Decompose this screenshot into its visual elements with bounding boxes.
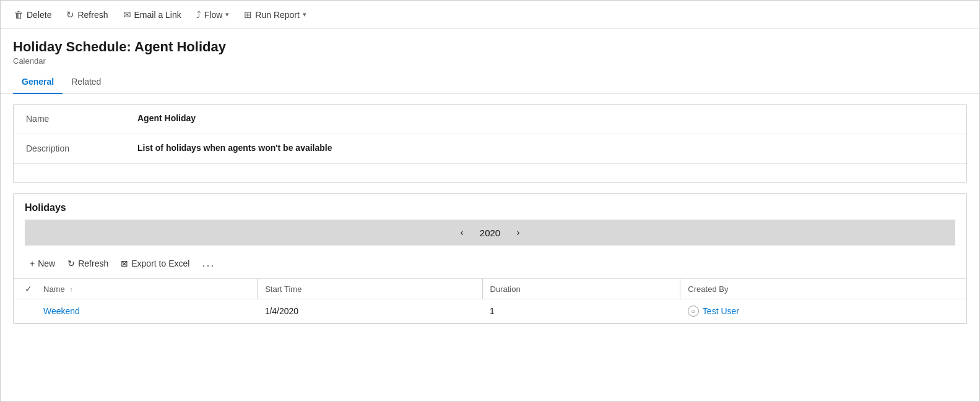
row-checkbox[interactable]: [14, 299, 36, 323]
check-icon: ✓: [25, 284, 32, 294]
export-icon: ⊠: [121, 259, 128, 268]
export-excel-button[interactable]: ⊠ Export to Excel: [116, 256, 194, 271]
delete-button[interactable]: 🗑 Delete: [8, 7, 58, 22]
refresh-label: Refresh: [77, 10, 108, 20]
main-content: Name Agent Holiday Description List of h…: [1, 94, 979, 334]
holidays-section: Holidays ‹ 2020 › + New ↻ Refresh ⊠ Expo…: [13, 193, 967, 324]
sub-refresh-icon: ↻: [67, 259, 75, 268]
flow-chevron-icon: ▾: [225, 11, 229, 19]
row-duration: 1: [482, 299, 680, 323]
description-value: List of holidays when agents won't be av…: [137, 143, 332, 153]
sub-refresh-label: Refresh: [78, 259, 108, 268]
flow-label: Flow: [204, 10, 223, 20]
tab-general[interactable]: General: [13, 72, 63, 94]
delete-icon: 🗑: [14, 9, 24, 20]
year-label: 2020: [480, 228, 500, 238]
email-icon: ✉: [123, 9, 131, 20]
year-nav: ‹ 2020 ›: [25, 220, 955, 246]
row-start-time: 1/4/2020: [258, 299, 482, 323]
check-column-header: ✓: [14, 279, 36, 299]
start-time-column-header: Start Time: [258, 279, 482, 299]
description-row: Description List of holidays when agents…: [14, 134, 966, 164]
row-name-link[interactable]: Weekend: [43, 306, 80, 316]
email-link-button[interactable]: ✉ Email a Link: [117, 7, 188, 23]
new-label: New: [38, 259, 55, 268]
table-header-row: ✓ Name ↑ Start Time Duration Created By: [14, 279, 966, 299]
name-row: Name Agent Holiday: [14, 105, 966, 134]
row-created-by: ○ Test User: [680, 299, 966, 323]
new-icon: +: [30, 259, 35, 268]
tab-bar: General Related: [1, 72, 979, 94]
flow-button[interactable]: ⤴ Flow ▾: [190, 7, 236, 22]
main-toolbar: 🗑 Delete ↻ Refresh ✉ Email a Link ⤴ Flow…: [1, 1, 979, 29]
created-by-column-header: Created By: [680, 279, 966, 299]
user-avatar-icon: ○: [688, 306, 699, 317]
refresh-button[interactable]: ↻ Refresh: [60, 7, 114, 23]
page-header: Holiday Schedule: Agent Holiday Calendar: [1, 29, 979, 66]
year-prev-button[interactable]: ‹: [456, 226, 467, 239]
info-card: Name Agent Holiday Description List of h…: [13, 104, 967, 183]
run-report-label: Run Report: [255, 10, 300, 20]
page-subtitle: Calendar: [13, 56, 967, 66]
holidays-section-title: Holidays: [14, 194, 966, 220]
tab-related[interactable]: Related: [63, 72, 110, 94]
row-name[interactable]: Weekend: [36, 299, 258, 323]
delete-label: Delete: [27, 10, 51, 20]
page-title: Holiday Schedule: Agent Holiday: [13, 39, 967, 55]
run-report-chevron-icon: ▾: [303, 11, 306, 19]
export-label: Export to Excel: [131, 259, 189, 268]
duration-column-header: Duration: [482, 279, 680, 299]
run-report-icon: ⊞: [244, 9, 252, 20]
flow-icon: ⤴: [196, 9, 201, 20]
name-label: Name: [26, 113, 137, 124]
holidays-table: ✓ Name ↑ Start Time Duration Created By …: [14, 278, 966, 323]
new-button[interactable]: + New: [25, 256, 60, 271]
refresh-icon: ↻: [66, 9, 74, 20]
sub-toolbar: + New ↻ Refresh ⊠ Export to Excel ...: [14, 250, 966, 276]
description-label: Description: [26, 143, 137, 153]
table-row: Weekend 1/4/2020 1 ○ Test User: [14, 299, 966, 323]
name-value: Agent Holiday: [137, 113, 196, 123]
spacer-row: [14, 164, 966, 182]
sub-refresh-button[interactable]: ↻ Refresh: [63, 256, 113, 271]
year-next-button[interactable]: ›: [513, 226, 523, 239]
name-column-header[interactable]: Name ↑: [36, 279, 258, 299]
sort-icon: ↑: [69, 286, 73, 293]
more-options-button[interactable]: ...: [197, 254, 220, 272]
email-link-label: Email a Link: [134, 10, 181, 20]
user-link[interactable]: Test User: [703, 306, 739, 316]
run-report-button[interactable]: ⊞ Run Report ▾: [238, 7, 313, 23]
